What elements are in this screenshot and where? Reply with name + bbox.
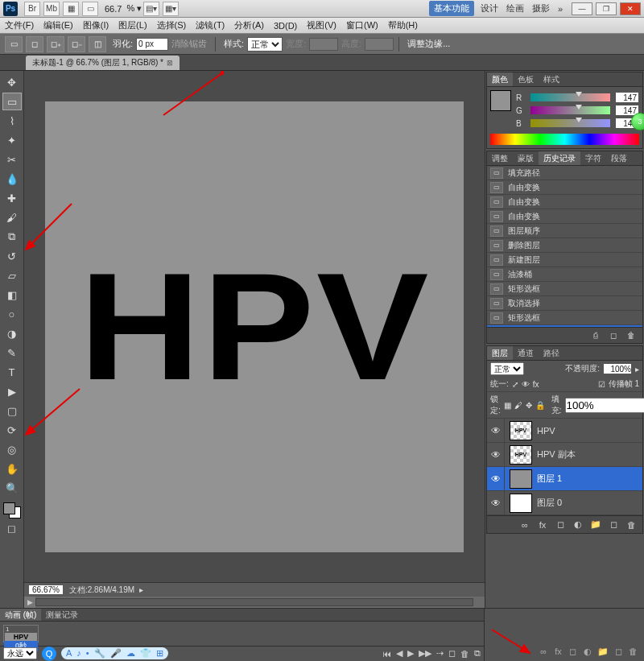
- menu-filter[interactable]: 滤镜(T): [196, 19, 225, 31]
- layer-adj-icon[interactable]: ◐: [583, 645, 592, 658]
- layer-delete-icon[interactable]: 🗑: [629, 645, 638, 658]
- document-tab[interactable]: 未标题-1 @ 66.7% (图层 1, RGB/8) * ⊠: [26, 56, 180, 70]
- history-brush-tool[interactable]: ↺: [2, 247, 22, 265]
- anim-del-icon[interactable]: 🗑: [460, 649, 469, 659]
- menu-layer[interactable]: 图层(L): [118, 19, 147, 31]
- wand-tool[interactable]: ✦: [2, 131, 22, 149]
- tab-paragraph[interactable]: 段落: [606, 151, 632, 165]
- layer-name[interactable]: HPV 副本: [537, 448, 576, 461]
- blur-tool[interactable]: ○: [2, 305, 22, 323]
- layer-new-icon[interactable]: ◻: [613, 645, 623, 658]
- workspace-basic-button[interactable]: 基本功能: [429, 1, 474, 16]
- opacity-input[interactable]: [603, 363, 632, 374]
- g-slider[interactable]: [530, 106, 610, 114]
- history-delete-icon[interactable]: 🗑: [625, 330, 638, 341]
- unify-style-icon[interactable]: fx: [533, 380, 539, 389]
- layer-visibility-icon[interactable]: 👁: [487, 443, 505, 466]
- hand-tool[interactable]: ✋: [2, 460, 22, 477]
- ime-cloud-icon[interactable]: ☁: [126, 648, 135, 659]
- history-item[interactable]: ▭图层顺序: [487, 224, 642, 238]
- history-item[interactable]: ▭取消选择: [487, 296, 642, 311]
- layer-name[interactable]: 图层 1: [537, 473, 562, 485]
- menu-analysis[interactable]: 分析(A): [234, 19, 264, 31]
- foreground-swatch[interactable]: [3, 502, 15, 514]
- layer-row[interactable]: 👁HPVHPV 副本: [487, 443, 642, 467]
- layer-delete-icon[interactable]: 🗑: [625, 518, 638, 531]
- lock-image-icon[interactable]: 🖌: [514, 399, 522, 411]
- lock-trans-icon[interactable]: ▦: [504, 399, 511, 411]
- dodge-tool[interactable]: ◑: [2, 324, 22, 342]
- anim-play-icon[interactable]: ▶: [407, 648, 414, 659]
- ime-shirt-icon[interactable]: 👕: [140, 648, 151, 659]
- menu-help[interactable]: 帮助(H): [388, 19, 418, 31]
- lasso-tool[interactable]: ⌇: [2, 112, 22, 130]
- workspace-design-tab[interactable]: 设计: [481, 2, 498, 14]
- eraser-tool[interactable]: ▱: [2, 266, 22, 284]
- type-tool[interactable]: T: [2, 363, 22, 381]
- color-preview-swatch[interactable]: [490, 90, 511, 111]
- 3d-camera-tool[interactable]: ◎: [2, 440, 22, 458]
- ime-music-icon[interactable]: ♪: [76, 648, 81, 659]
- history-item[interactable]: ▭矩形选框: [487, 311, 642, 325]
- fill-input[interactable]: [565, 398, 644, 413]
- qq-icon[interactable]: Q: [42, 647, 56, 661]
- path-sel-tool[interactable]: ▶: [2, 382, 22, 400]
- document-canvas[interactable]: HPV: [45, 101, 464, 552]
- zoom-label[interactable]: 66.7: [105, 4, 122, 14]
- quickmask-tool[interactable]: ◻: [2, 519, 22, 537]
- layer-fx-icon[interactable]: fx: [536, 518, 549, 531]
- sel-sub-icon[interactable]: ◻₋: [68, 36, 85, 52]
- ime-a-icon[interactable]: A: [66, 648, 72, 659]
- r-slider[interactable]: [530, 93, 610, 101]
- layer-group-icon[interactable]: 📁: [589, 518, 602, 531]
- anim-dup-icon[interactable]: ◻: [448, 648, 456, 659]
- layer-row[interactable]: 👁HPVHPV: [487, 419, 642, 443]
- menu-window[interactable]: 窗口(W): [346, 19, 378, 31]
- shape-tool[interactable]: ▢: [2, 402, 22, 419]
- history-item[interactable]: ▭自由变换: [487, 195, 642, 209]
- ime-toolbar[interactable]: A ♪ • 🔧 🎤 ☁ 👕 ⊞: [61, 647, 168, 659]
- history-item[interactable]: ▭填充路径: [487, 166, 642, 180]
- loop-select[interactable]: 永远: [3, 647, 37, 659]
- menu-3d[interactable]: 3D(D): [274, 21, 297, 31]
- lock-all-icon[interactable]: 🔒: [535, 399, 545, 411]
- layer-visibility-icon[interactable]: 👁: [487, 467, 505, 490]
- bridge-icon[interactable]: Br: [24, 2, 40, 16]
- layer-fx-icon[interactable]: fx: [553, 645, 563, 658]
- sel-add-icon[interactable]: ◻₊: [47, 36, 64, 52]
- unify-vis-icon[interactable]: 👁: [522, 380, 530, 389]
- layer-row[interactable]: 👁图层 0: [487, 491, 642, 515]
- history-new-icon[interactable]: ◻: [607, 330, 620, 341]
- stamp-tool[interactable]: ⧉: [2, 228, 22, 246]
- layer-name[interactable]: 图层 0: [537, 497, 562, 509]
- layer-row[interactable]: 👁图层 1: [487, 467, 642, 491]
- anim-convert-icon[interactable]: ⧉: [474, 648, 481, 659]
- layer-group-icon[interactable]: 📁: [597, 645, 609, 658]
- heal-tool[interactable]: ✚: [2, 189, 22, 207]
- anim-tween-icon[interactable]: ⇢: [436, 648, 444, 659]
- workspace-more-icon[interactable]: »: [558, 4, 563, 14]
- menu-edit[interactable]: 编辑(E): [43, 19, 73, 31]
- animation-frame[interactable]: 1 HPV 0秒: [3, 625, 39, 642]
- history-item[interactable]: ▭删除图层: [487, 238, 642, 253]
- feather-input[interactable]: [136, 38, 168, 51]
- marquee-tool[interactable]: ▭: [2, 93, 22, 110]
- anim-prev-icon[interactable]: ◀: [396, 648, 402, 659]
- layer-mask-icon[interactable]: ◻: [554, 518, 567, 531]
- r-input[interactable]: [615, 92, 639, 103]
- canvas-scroll-h[interactable]: ◀▶: [24, 597, 485, 608]
- tab-paths[interactable]: 路径: [539, 346, 564, 360]
- arrange-icon[interactable]: ▤▾: [143, 2, 159, 16]
- extras-icon[interactable]: ▦▾: [163, 2, 179, 16]
- blend-mode-select[interactable]: 正常: [490, 362, 524, 375]
- history-snapshot-icon[interactable]: ⎙: [589, 330, 602, 341]
- menu-select[interactable]: 选择(S): [157, 19, 187, 31]
- brush-tool[interactable]: 🖌: [2, 209, 22, 226]
- tab-measure[interactable]: 测量记录: [41, 609, 83, 621]
- layer-mask-icon[interactable]: ◻: [568, 645, 578, 658]
- window-maximize-button[interactable]: ❐: [596, 2, 617, 15]
- anim-next-icon[interactable]: ▶▶: [419, 648, 431, 659]
- minibridge-icon[interactable]: Mb: [43, 2, 60, 16]
- ime-dot-icon[interactable]: •: [86, 648, 89, 659]
- gradient-tool[interactable]: ◧: [2, 286, 22, 304]
